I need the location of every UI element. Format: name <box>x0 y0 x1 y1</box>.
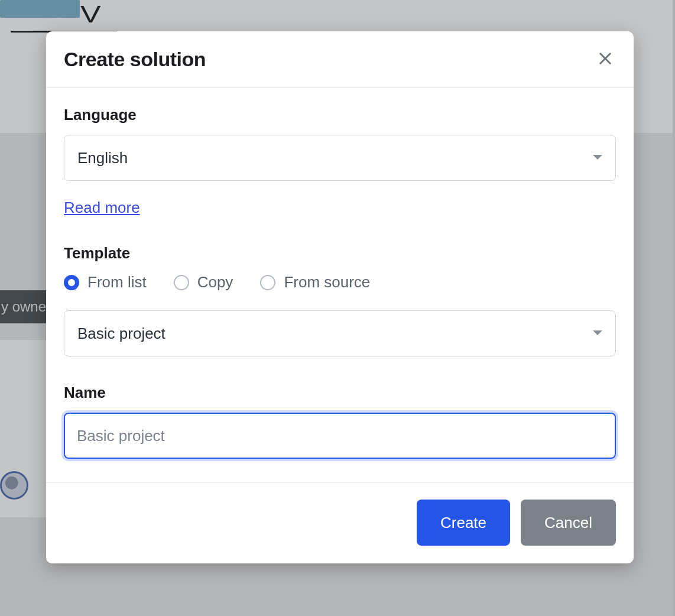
template-radio-from-source[interactable]: From source <box>260 273 370 291</box>
close-button[interactable] <box>595 49 616 70</box>
language-select-wrap: English <box>64 135 616 181</box>
name-input[interactable] <box>64 413 616 459</box>
template-radio-group: From list Copy From source <box>64 273 616 291</box>
create-solution-modal: Create solution Language English Read mo… <box>46 31 634 563</box>
template-radio-copy[interactable]: Copy <box>174 273 233 291</box>
radio-icon <box>64 275 79 290</box>
modal-title: Create solution <box>64 48 206 71</box>
radio-label-from-list: From list <box>87 273 147 291</box>
template-label: Template <box>64 244 616 262</box>
modal-footer: Create Cancel <box>46 482 634 563</box>
template-project-select[interactable]: Basic project <box>64 310 616 356</box>
language-label: Language <box>64 106 616 124</box>
template-radio-from-list[interactable]: From list <box>64 273 147 291</box>
radio-label-copy: Copy <box>197 273 233 291</box>
radio-label-from-source: From source <box>284 273 370 291</box>
read-more-link[interactable]: Read more <box>64 199 140 217</box>
modal-header: Create solution <box>46 31 634 88</box>
template-project-select-wrap: Basic project <box>64 310 616 356</box>
cancel-button[interactable]: Cancel <box>521 500 616 546</box>
close-icon <box>597 50 614 69</box>
language-select[interactable]: English <box>64 135 616 181</box>
radio-icon <box>174 275 189 290</box>
radio-icon <box>260 275 275 290</box>
name-label: Name <box>64 384 616 402</box>
create-button[interactable]: Create <box>417 500 510 546</box>
modal-body: Language English Read more Template From… <box>46 88 634 482</box>
